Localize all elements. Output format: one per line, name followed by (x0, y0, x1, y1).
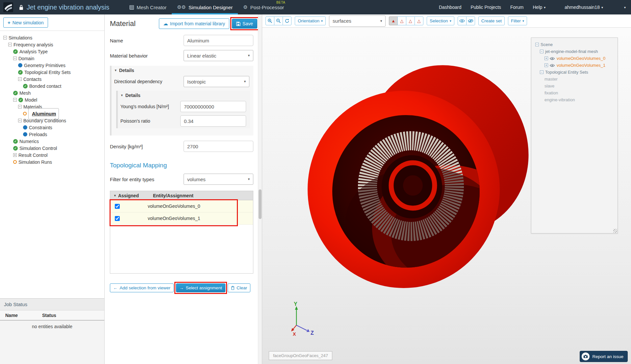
scene-tree-item[interactable]: engine-vibration (533, 96, 616, 103)
assignment-checkbox[interactable] (115, 216, 120, 221)
tree-item[interactable]: Topological Entity Sets (0, 69, 104, 76)
minus-icon[interactable] (13, 98, 17, 102)
sort-caret-icon[interactable]: ▼ (114, 194, 116, 197)
selection-dropdown[interactable]: Selection ▾ (427, 16, 454, 25)
report-issue-button[interactable]: Report an issue (580, 351, 628, 362)
save-button[interactable]: Save (232, 19, 257, 29)
flip-normals-button[interactable]: △ (397, 16, 406, 25)
table-row[interactable]: volumeOnGeoVolumes_1 (110, 212, 253, 225)
nav-public-projects[interactable]: Public Projects (470, 5, 501, 10)
tree-item[interactable]: Analysis Type (0, 48, 104, 55)
entity-type-filter-select[interactable]: volumes ▼ (184, 174, 253, 185)
simscale-logo[interactable] (3, 2, 13, 12)
minus-icon[interactable] (3, 36, 7, 39)
minus-icon[interactable] (540, 50, 543, 53)
scrollbar-thumb[interactable] (259, 189, 262, 219)
eye-icon[interactable] (550, 57, 555, 60)
hide-selection-button[interactable] (466, 16, 475, 25)
density-input[interactable] (184, 141, 253, 152)
scene-tree-item[interactable]: slave (533, 83, 616, 89)
tree-item[interactable]: Numerics (0, 138, 104, 145)
select-assignment-button[interactable]: → Select assignment (176, 283, 225, 292)
tree-item[interactable]: Frequency analysis (0, 41, 104, 48)
material-behavior-select[interactable]: Linear elastic ▼ (184, 50, 253, 61)
chevron-down-icon: ▾ (624, 6, 626, 9)
plus-icon[interactable] (544, 63, 548, 67)
tree-item[interactable]: Result Control (0, 152, 104, 158)
viewer-3d[interactable]: Orientation ▾ surfaces ▼ ▲ △ △ △ Selecti… (262, 14, 631, 364)
tree-item[interactable]: Preloads (0, 131, 104, 138)
zoom-in-button[interactable] (265, 16, 274, 25)
scene-tree-item[interactable]: Scene (533, 41, 616, 48)
chevron-down-icon: ▼ (247, 54, 250, 57)
user-menu[interactable]: ahmedhussain18▾ (565, 5, 603, 10)
tree-item-label: Aluminum (28, 108, 59, 119)
tab-post-processor[interactable]: BETA ⚙ Post-Processor (238, 0, 289, 14)
tree-item[interactable]: Simulation Runs (0, 158, 104, 165)
material-name-input[interactable] (184, 35, 253, 46)
tree-item[interactable]: Boundary Conditions (0, 117, 104, 124)
topbar-extra-caret[interactable]: ▾ (624, 6, 626, 9)
tree-item[interactable]: Constraints (0, 124, 104, 131)
app: Jet engine vibration analysis Mesh Creat… (0, 0, 631, 364)
minus-icon[interactable] (540, 70, 543, 74)
filter-dropdown[interactable]: Filter ▾ (508, 16, 527, 25)
minus-icon[interactable] (535, 43, 539, 46)
tree-item[interactable]: Domain (0, 55, 104, 62)
new-simulation-button[interactable]: + New simulation (3, 17, 48, 28)
show-hidden-button[interactable] (458, 16, 467, 25)
poisson-ratio-input[interactable] (180, 115, 246, 127)
tree-item[interactable]: Mesh (0, 89, 104, 96)
tree-item[interactable]: Model (0, 96, 104, 103)
reset-normals-button[interactable]: △ (415, 16, 423, 25)
job-status-header: Name Status (0, 310, 104, 321)
eye-icon[interactable] (550, 64, 555, 67)
tab-simulation-designer[interactable]: ⚙⚙ Simulation Designer (172, 0, 238, 14)
add-selection-button[interactable]: ← Add selection from viewer (110, 283, 174, 292)
scene-tree-item[interactable]: volumeOnGeoVolumes_1 (533, 62, 616, 69)
clear-button[interactable]: Clear (228, 283, 250, 292)
minus-icon[interactable] (18, 77, 22, 81)
directional-dependency-select[interactable]: Isotropic ▼ (184, 76, 249, 87)
align-normals-button[interactable]: △ (406, 16, 415, 25)
tab-mesh-creator[interactable]: Mesh Creator (124, 0, 172, 14)
nav-forum[interactable]: Forum (510, 5, 523, 10)
tree-item[interactable]: Geometry Primitives (0, 62, 104, 69)
refresh-view-button[interactable] (283, 16, 291, 25)
zoom-out-button[interactable] (274, 16, 283, 25)
plus-icon[interactable] (13, 153, 17, 157)
orientation-dropdown[interactable]: Orientation ▾ (295, 16, 326, 25)
tree-item[interactable]: Simulations (0, 34, 104, 41)
create-set-button[interactable]: Create set (478, 16, 505, 25)
minus-icon[interactable] (18, 105, 22, 109)
import-material-button[interactable]: ☁ Import from material library (159, 18, 229, 29)
tree-item[interactable]: Contacts (0, 76, 104, 83)
tree-item[interactable]: Aluminum (0, 110, 104, 117)
triangle-solid-icon: ▲ (391, 19, 395, 23)
tree-item[interactable]: Simulation Control (0, 145, 104, 152)
tree-item[interactable]: Bonded contact (0, 83, 104, 89)
details-header[interactable]: ▼ Details (112, 66, 253, 74)
youngs-modulus-input[interactable] (180, 101, 246, 112)
nav-help-menu[interactable]: Help▾ (533, 5, 545, 10)
render-mode-select[interactable]: surfaces ▼ (329, 15, 386, 27)
inner-details-header[interactable]: ▼ Details (118, 91, 250, 99)
assignment-checkbox[interactable] (115, 204, 120, 209)
scene-tree-item[interactable]: fixation (533, 89, 616, 96)
show-normals-button[interactable]: ▲ (389, 16, 398, 25)
scene-tree-item[interactable]: Topological Entity Sets (533, 69, 616, 76)
filter-entity-label: Filter for entity types (110, 177, 184, 182)
tree-item-label: Frequency analysis (13, 42, 53, 47)
minus-icon[interactable] (8, 43, 12, 46)
nav-dashboard[interactable]: Dashboard (439, 5, 462, 10)
scene-tree-item[interactable]: volumeOnGeoVolumes_0 (533, 55, 616, 62)
scene-tree-item[interactable]: jet-engine-model-final mesh (533, 48, 616, 55)
table-row[interactable]: volumeOnGeoVolumes_0 (110, 200, 253, 212)
panel-scrollbar[interactable] (258, 14, 262, 364)
plus-icon[interactable] (544, 57, 548, 60)
scene-tree-item[interactable]: master (533, 76, 616, 83)
selection-label: Selection (430, 18, 448, 23)
minus-icon[interactable] (18, 119, 22, 122)
arrow-right-icon: → (179, 285, 184, 290)
minus-icon[interactable] (13, 57, 17, 60)
